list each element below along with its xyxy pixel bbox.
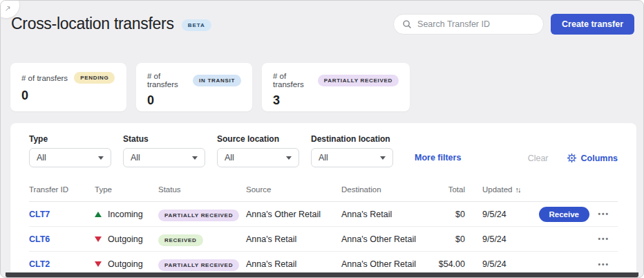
status-badge-partially-received: PARTIALLY RECEIVED: [318, 75, 399, 86]
filter-label: Type: [29, 134, 111, 144]
total-cell: $0: [424, 234, 465, 244]
outgoing-arrow-icon: [95, 261, 102, 267]
type-label: Outgoing: [108, 234, 143, 244]
card-label: # of transfers: [273, 72, 312, 89]
transfer-id-link[interactable]: CLT7: [29, 210, 95, 219]
page-title: Cross-location transfers: [11, 15, 174, 33]
window-bottom-edge: [6, 272, 638, 277]
type-cell: Outgoing: [95, 234, 158, 244]
col-destination: Destination: [341, 185, 424, 194]
col-transfer-id: Transfer ID: [29, 185, 95, 194]
card-in-transit: # of transfers IN TRANSIT 0: [136, 63, 252, 111]
sort-arrows-icon: ↑↓: [515, 185, 520, 194]
source-cell: Anna's Retail: [246, 234, 341, 244]
col-updated-sort[interactable]: Updated↑↓: [465, 185, 526, 194]
select-value: All: [37, 153, 46, 163]
filter-source-location: Source location All: [217, 134, 299, 167]
transfer-id-link[interactable]: CLT2: [29, 259, 95, 269]
select-value: All: [319, 153, 328, 163]
search-icon: [402, 19, 412, 29]
diagonal-arrow-icon: [5, 6, 11, 12]
columns-button[interactable]: Columns: [567, 153, 618, 163]
status-badge: PARTIALLY RECEIVED: [158, 259, 239, 271]
card-pending: # of transfers PENDING 0: [10, 63, 126, 111]
filter-status: Status All: [123, 134, 205, 167]
source-cell: Anna's Other Retail: [246, 210, 341, 219]
destination-location-select[interactable]: All: [311, 148, 393, 167]
status-cell: PARTIALLY RECEIVED: [158, 259, 246, 269]
destination-cell: Anna's Retail: [341, 210, 424, 219]
transfers-panel: Type All Status All Source location All: [10, 123, 636, 278]
destination-cell: Anna's Other Retail: [341, 259, 424, 269]
type-select[interactable]: All: [29, 148, 111, 167]
beta-badge: BETA: [182, 19, 211, 31]
columns-label: Columns: [581, 154, 618, 163]
status-cell: PARTIALLY RECEIVED: [158, 210, 246, 219]
updated-cell: 9/5/24: [465, 210, 526, 219]
filter-label: Destination location: [311, 134, 393, 144]
status-badge: PARTIALLY RECEIVED: [158, 210, 239, 221]
status-badge: RECEIVED: [158, 234, 203, 246]
receive-button[interactable]: Receive: [539, 207, 589, 222]
table-row[interactable]: CLT6 Outgoing RECEIVED Anna's Retail Ann…: [29, 227, 618, 252]
card-partially-received: # of transfers PARTIALLY RECEIVED 3: [262, 63, 410, 111]
status-cell: RECEIVED: [158, 234, 246, 244]
table-header: Transfer ID Type Status Source Destinati…: [29, 177, 618, 202]
updated-cell: 9/5/24: [465, 234, 526, 244]
row-menu-button[interactable]: •••: [596, 235, 618, 243]
type-cell: Outgoing: [95, 259, 158, 269]
gear-icon: [567, 153, 577, 163]
search-input[interactable]: [417, 19, 535, 29]
source-location-select[interactable]: All: [217, 148, 299, 167]
destination-cell: Anna's Other Retail: [341, 234, 424, 244]
chevron-down-icon: [192, 156, 198, 160]
search-box[interactable]: [393, 14, 544, 35]
transfers-page: Cross-location transfers BETA Create tra…: [0, 0, 644, 278]
select-value: All: [131, 153, 140, 163]
filter-bar: Type All Status All Source location All: [29, 134, 618, 167]
page-header: Cross-location transfers BETA: [11, 15, 211, 33]
chevron-down-icon: [98, 156, 104, 160]
clear-filters-button[interactable]: Clear: [528, 154, 549, 163]
status-badge-in-transit: IN TRANSIT: [193, 75, 241, 86]
type-cell: Incoming: [95, 210, 158, 219]
col-status: Status: [158, 185, 246, 194]
action-cell: Receive: [526, 207, 596, 222]
outgoing-arrow-icon: [95, 237, 102, 242]
status-badge-pending: PENDING: [74, 72, 115, 84]
card-value: 3: [273, 93, 399, 108]
col-source: Source: [246, 185, 341, 194]
col-total: Total: [424, 185, 465, 194]
row-menu-button[interactable]: •••: [596, 210, 618, 218]
col-type: Type: [95, 185, 158, 194]
filter-type: Type All: [29, 134, 111, 167]
type-label: Incoming: [108, 210, 143, 219]
table-actions: Clear Columns: [528, 153, 618, 163]
total-cell: $54.00: [424, 259, 465, 269]
filter-destination-location: Destination location All: [311, 134, 393, 167]
select-value: All: [225, 153, 234, 163]
summary-cards: # of transfers PENDING 0 # of transfers …: [10, 63, 410, 111]
updated-cell: 9/5/24: [465, 259, 526, 269]
filter-label: Source location: [217, 134, 299, 144]
chevron-down-icon: [286, 156, 292, 160]
header-actions: Create transfer: [393, 14, 634, 35]
type-label: Outgoing: [108, 259, 143, 269]
transfer-id-link[interactable]: CLT6: [29, 234, 95, 244]
incoming-arrow-icon: [95, 212, 102, 217]
total-cell: $0: [424, 210, 465, 219]
status-select[interactable]: All: [123, 148, 205, 167]
row-menu-button[interactable]: •••: [596, 261, 618, 268]
more-filters-link[interactable]: More filters: [415, 153, 461, 163]
chevron-down-icon: [380, 156, 386, 160]
col-updated-label: Updated: [482, 185, 512, 194]
table-row[interactable]: CLT7 Incoming PARTIALLY RECEIVED Anna's …: [29, 202, 618, 227]
source-cell: Anna's Retail: [246, 259, 341, 269]
filter-label: Status: [123, 134, 205, 144]
create-transfer-button[interactable]: Create transfer: [551, 14, 634, 35]
card-value: 0: [21, 89, 115, 103]
card-value: 0: [147, 93, 241, 108]
card-label: # of transfers: [21, 74, 68, 82]
card-label: # of transfers: [147, 72, 187, 89]
